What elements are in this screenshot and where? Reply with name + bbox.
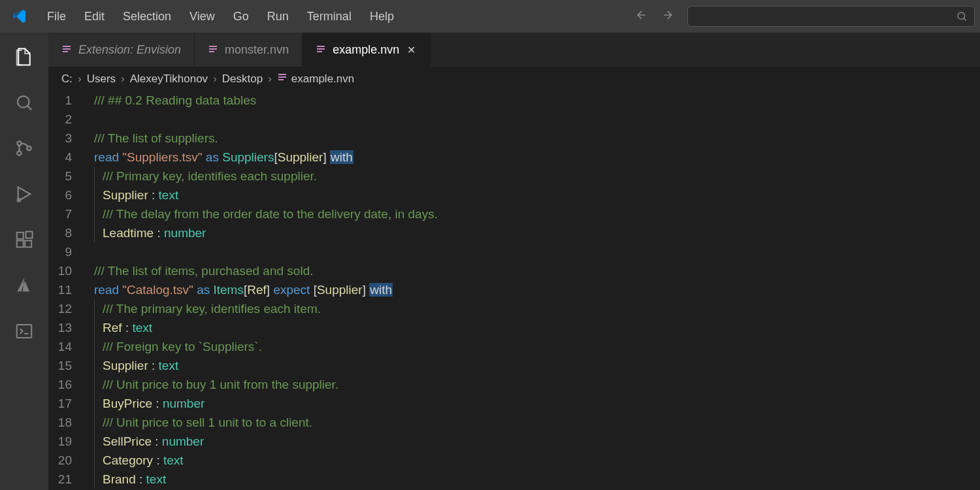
breadcrumb-segment[interactable]: Desktop — [222, 73, 263, 86]
menu-view[interactable]: View — [182, 6, 223, 27]
code-line[interactable]: 3/// The list of suppliers. — [48, 129, 980, 148]
menu-help[interactable]: Help — [362, 6, 402, 27]
menu-run[interactable]: Run — [259, 6, 297, 27]
menu-edit[interactable]: Edit — [76, 6, 112, 27]
code-content[interactable]: Brand : text — [88, 470, 980, 489]
vscode-logo-icon — [12, 8, 27, 24]
tab-label: example.nvn — [333, 43, 399, 57]
code-content[interactable]: Category : text — [88, 451, 980, 470]
code-line[interactable]: 11read "Catalog.tsv" as Items[Ref] expec… — [48, 280, 980, 299]
code-line[interactable]: 17BuyPrice : number — [48, 394, 980, 413]
line-number: 3 — [48, 129, 88, 148]
code-line[interactable]: 15Supplier : text — [48, 356, 980, 375]
code-content[interactable]: Supplier : text — [88, 186, 980, 204]
code-line[interactable]: 16/// Unit price to buy 1 unit from the … — [48, 375, 980, 394]
code-content[interactable]: /// Unit price to buy 1 unit from the su… — [88, 375, 980, 394]
code-line[interactable]: 2 — [48, 110, 980, 129]
line-number: 12 — [48, 299, 88, 318]
source-control-icon[interactable] — [13, 137, 35, 159]
search-icon — [956, 10, 968, 22]
menu-selection[interactable]: Selection — [115, 6, 179, 27]
code-content[interactable]: Ref : text — [88, 318, 980, 337]
code-line[interactable]: 5/// Primary key, identifies each suppli… — [48, 167, 980, 186]
code-content[interactable]: /// Unit price to sell 1 unit to to a cl… — [88, 413, 980, 432]
svg-point-2 — [17, 141, 21, 145]
code-line[interactable]: 12/// The primary key, identifies each i… — [48, 299, 980, 318]
code-content[interactable]: Leadtime : number — [88, 223, 980, 242]
file-icon — [277, 73, 287, 85]
code-content[interactable]: SellPrice : number — [88, 432, 980, 451]
nav-back-button[interactable] — [629, 5, 655, 29]
command-search-input[interactable] — [687, 6, 975, 27]
chevron-right-icon: › — [268, 73, 272, 86]
tab-extension-envision[interactable]: Extension: Envision — [48, 33, 195, 67]
code-line[interactable]: 9 — [48, 242, 980, 261]
code-line[interactable]: 14/// Foreign key to `Suppliers`. — [48, 337, 980, 356]
code-content[interactable]: /// The list of suppliers. — [88, 129, 980, 148]
tab-example-nvn[interactable]: example.nvn✕ — [302, 33, 431, 67]
line-number: 17 — [48, 394, 88, 413]
line-number: 13 — [48, 318, 88, 337]
code-content[interactable]: /// The primary key, identifies each ite… — [88, 299, 980, 318]
breadcrumb-segment[interactable]: AlexeyTikhonov — [130, 73, 208, 86]
code-line[interactable]: 20Category : text — [48, 451, 980, 470]
code-content[interactable] — [88, 110, 980, 129]
code-content[interactable]: /// The delay from the order date to the… — [88, 204, 980, 223]
svg-rect-6 — [17, 233, 24, 239]
code-line[interactable]: 13Ref : text — [48, 318, 980, 337]
code-line[interactable]: 1/// ## 0.2 Reading data tables — [48, 91, 980, 110]
search-panel-icon[interactable] — [13, 91, 35, 114]
code-line[interactable]: 19SellPrice : number — [48, 432, 980, 451]
breadcrumb[interactable]: C:›Users›AlexeyTikhonov›Desktop›example.… — [48, 67, 980, 91]
svg-rect-8 — [25, 240, 31, 247]
line-number: 4 — [48, 148, 88, 167]
code-content[interactable]: /// Primary key, identifies each supplie… — [88, 167, 980, 186]
explorer-icon[interactable] — [13, 46, 35, 68]
line-number: 5 — [48, 167, 88, 186]
code-content[interactable]: read "Suppliers.tsv" as Suppliers[Suppli… — [88, 148, 980, 167]
breadcrumb-segment[interactable]: example.nvn — [277, 72, 354, 86]
menu-terminal[interactable]: Terminal — [299, 6, 359, 27]
extensions-icon[interactable] — [13, 229, 35, 251]
code-line[interactable]: 18/// Unit price to sell 1 unit to to a … — [48, 413, 980, 432]
azure-icon[interactable] — [13, 274, 35, 297]
line-number: 16 — [48, 375, 88, 394]
code-line[interactable]: 6Supplier : text — [48, 186, 980, 204]
tab-monster-nvn[interactable]: monster.nvn — [195, 33, 302, 67]
code-content[interactable]: /// ## 0.2 Reading data tables — [88, 91, 980, 110]
svg-rect-7 — [17, 240, 24, 247]
code-content[interactable]: BuyPrice : number — [88, 394, 980, 413]
breadcrumb-segment[interactable]: C: — [61, 73, 73, 86]
code-line[interactable]: 8Leadtime : number — [48, 223, 980, 242]
chevron-right-icon: › — [78, 73, 82, 86]
line-number: 18 — [48, 413, 88, 432]
code-content[interactable]: /// The list of items, purchased and sol… — [88, 261, 980, 280]
editor-tabs: Extension: Envisionmonster.nvnexample.nv… — [48, 33, 980, 67]
code-line[interactable]: 4read "Suppliers.tsv" as Suppliers[Suppl… — [48, 148, 980, 167]
tab-label: monster.nvn — [225, 43, 289, 57]
line-number: 2 — [48, 110, 88, 129]
editor-area: Extension: Envisionmonster.nvnexample.nv… — [48, 33, 980, 490]
svg-point-3 — [17, 151, 21, 155]
breadcrumb-segment[interactable]: Users — [87, 73, 116, 86]
code-content[interactable]: Supplier : text — [88, 356, 980, 375]
code-line[interactable]: 10/// The list of items, purchased and s… — [48, 261, 980, 280]
nav-forward-button[interactable] — [655, 5, 681, 29]
menu-file[interactable]: File — [39, 6, 74, 27]
file-icon — [61, 44, 72, 56]
code-content[interactable]: read "Catalog.tsv" as Items[Ref] expect … — [88, 280, 980, 299]
run-debug-icon[interactable] — [13, 183, 35, 205]
code-editor[interactable]: 1/// ## 0.2 Reading data tables2 3/// Th… — [48, 91, 980, 490]
code-line[interactable]: 7/// The delay from the order date to th… — [48, 204, 980, 223]
file-icon — [316, 44, 326, 56]
menu-go[interactable]: Go — [225, 6, 257, 27]
code-content[interactable]: /// Foreign key to `Suppliers`. — [88, 337, 980, 356]
file-icon — [208, 44, 218, 56]
close-icon[interactable]: ✕ — [406, 42, 417, 57]
svg-point-1 — [18, 96, 29, 108]
terminal-icon[interactable] — [13, 320, 35, 342]
line-number: 11 — [48, 280, 88, 299]
code-line[interactable]: 21Brand : text — [48, 470, 980, 489]
line-number: 20 — [48, 451, 88, 470]
code-content[interactable] — [88, 242, 980, 261]
